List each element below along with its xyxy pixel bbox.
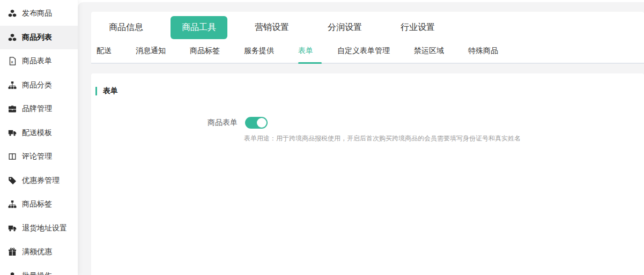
section-header: 表单: [91, 73, 644, 96]
columns-icon: [8, 152, 17, 161]
subtab-delivery[interactable]: 配送: [97, 43, 112, 63]
truck-icon: [8, 128, 17, 137]
sidebar-item-product-form[interactable]: x 商品表单: [0, 49, 78, 73]
section-accent-bar: [95, 87, 97, 95]
sidebar-item-publish-product[interactable]: 发布商品: [0, 2, 78, 26]
sidebar-item-product-list[interactable]: 商品列表: [0, 26, 78, 50]
toggle-knob-icon: [257, 118, 267, 128]
briefcase-icon: [8, 105, 17, 114]
product-form-row: 商品表单: [91, 117, 644, 129]
sidebar-item-label: 商品分类: [22, 80, 52, 90]
cubes-icon: [8, 9, 17, 18]
sidebar-item-label: 商品表单: [22, 56, 52, 66]
sitemap-icon: [8, 200, 17, 209]
tab-product-info[interactable]: 商品信息: [98, 16, 154, 39]
sitemap-icon: [8, 80, 17, 90]
subtab-product-tag[interactable]: 商品标签: [190, 43, 220, 63]
product-form-toggle[interactable]: [245, 117, 268, 129]
sidebar-item-review-management[interactable]: 评论管理: [0, 145, 78, 169]
sidebar-item-label: 发布商品: [22, 9, 52, 18]
section-title: 表单: [103, 86, 118, 96]
sidebar-item-label: 评论管理: [22, 152, 52, 161]
sidebar-item-label: 满额优惠: [22, 247, 52, 257]
form-card: 表单 商品表单 表单用途：用于跨境商品报税使用，开启后首次购买跨境商品的会员需要…: [91, 73, 644, 275]
sidebar-item-product-tags[interactable]: 商品标签: [0, 192, 78, 217]
subtab-special-product[interactable]: 特殊商品: [468, 43, 498, 63]
sidebar: 发布商品 商品列表 x 商品表单 商品分类 品牌管理 配送模板 评论管理 优惠券…: [0, 0, 78, 275]
sub-tabs: 配送 消息通知 商品标签 服务提供 表单 自定义表单管理 禁运区域 特殊商品: [91, 43, 644, 64]
subtab-form[interactable]: 表单: [298, 43, 313, 63]
sidebar-item-full-discount[interactable]: 满额优惠: [0, 240, 78, 264]
sidebar-item-brand-management[interactable]: 品牌管理: [0, 97, 78, 121]
sidebar-item-return-address-settings[interactable]: 退货地址设置: [0, 217, 78, 241]
main-content: 商品信息 商品工具 营销设置 分润设置 行业设置 配送 消息通知 商品标签 服务…: [78, 2, 644, 275]
sidebar-item-delivery-template[interactable]: 配送模板: [0, 121, 78, 145]
svg-text:x: x: [11, 60, 13, 64]
product-form-label: 商品表单: [91, 118, 238, 128]
sidebar-item-label: 品牌管理: [22, 104, 52, 114]
sidebar-item-label: 批量操作: [22, 271, 52, 275]
sidebar-item-coupon-management[interactable]: 优惠券管理: [0, 169, 78, 193]
subtab-message-notification[interactable]: 消息通知: [136, 43, 166, 63]
file-excel-icon: x: [8, 57, 17, 66]
tab-marketing-settings[interactable]: 营销设置: [243, 16, 300, 39]
sidebar-item-label: 商品标签: [22, 199, 52, 209]
sidebar-item-label: 商品列表: [22, 33, 52, 42]
tabs-card: 商品信息 商品工具 营销设置 分润设置 行业设置 配送 消息通知 商品标签 服务…: [91, 12, 644, 64]
sidebar-item-label: 配送模板: [22, 128, 52, 138]
tag-icon: [8, 176, 17, 185]
gift-icon: [8, 248, 17, 257]
cubes-icon: [8, 33, 17, 42]
subtab-service-provide[interactable]: 服务提供: [244, 43, 274, 63]
form-help-text: 表单用途：用于跨境商品报税使用，开启后首次购买跨境商品的会员需要填写身份证号和真…: [244, 134, 644, 143]
tab-industry-settings[interactable]: 行业设置: [389, 16, 446, 39]
subtab-restricted-area[interactable]: 禁运区域: [414, 43, 444, 63]
tab-profit-settings[interactable]: 分润设置: [316, 16, 373, 39]
cubes-icon: [8, 271, 17, 275]
main-tabs: 商品信息 商品工具 营销设置 分润设置 行业设置: [91, 12, 644, 43]
sidebar-item-batch-operations[interactable]: 批量操作: [0, 264, 78, 275]
sidebar-item-label: 优惠券管理: [22, 176, 60, 185]
tab-product-tools[interactable]: 商品工具: [171, 16, 227, 39]
sidebar-item-product-category[interactable]: 商品分类: [0, 73, 78, 98]
sidebar-item-label: 退货地址设置: [22, 224, 67, 233]
subtab-custom-form-management[interactable]: 自定义表单管理: [337, 43, 390, 63]
truck-icon: [8, 224, 17, 233]
